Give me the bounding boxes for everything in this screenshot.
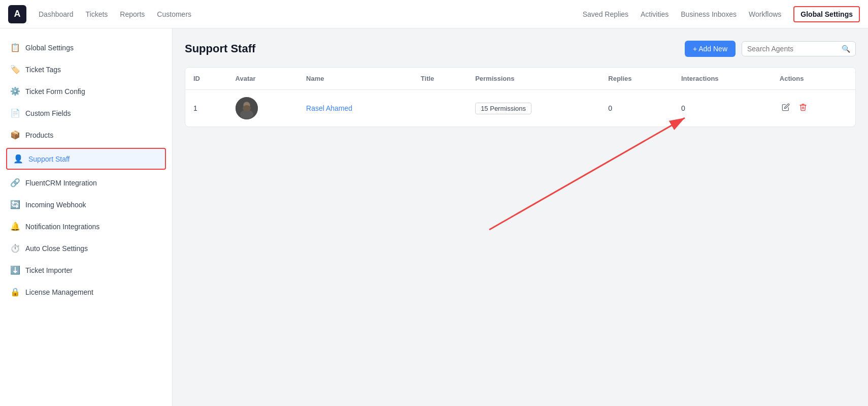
main-layout: 📋 Global Settings 🏷️ Ticket Tags ⚙️ Tick… bbox=[0, 28, 868, 406]
table-header: ID Avatar Name Title Permissions Replies… bbox=[185, 68, 855, 90]
tag-icon: 🏷️ bbox=[10, 65, 20, 74]
sidebar-item-ticket-tags[interactable]: 🏷️ Ticket Tags bbox=[0, 58, 172, 80]
col-permissions: Permissions bbox=[467, 68, 600, 90]
table-body: 1 bbox=[185, 90, 855, 127]
sidebar-label-ticket-tags: Ticket Tags bbox=[25, 66, 61, 74]
cell-permissions: 15 Permissions bbox=[467, 90, 600, 127]
col-replies: Replies bbox=[600, 68, 673, 90]
avatar-image bbox=[236, 97, 258, 119]
add-new-button[interactable]: + Add New bbox=[685, 41, 736, 57]
col-avatar: Avatar bbox=[227, 68, 298, 90]
download-icon: ⬇️ bbox=[10, 265, 20, 275]
svg-line-6 bbox=[489, 118, 685, 230]
nav-saved-replies[interactable]: Saved Replies bbox=[583, 10, 628, 18]
sidebar-label-ticket-form-config: Ticket Form Config bbox=[25, 87, 85, 96]
box-icon: 📦 bbox=[10, 130, 20, 140]
content-area: ID Avatar Name Title Permissions Replies… bbox=[185, 67, 856, 127]
nav-business-inboxes[interactable]: Business Inboxes bbox=[681, 10, 737, 18]
cell-avatar bbox=[227, 90, 298, 127]
cell-actions bbox=[772, 90, 855, 127]
sidebar-label-custom-fields: Custom Fields bbox=[25, 109, 71, 117]
page-header: Support Staff + Add New 🔍 bbox=[185, 41, 856, 57]
nav-left: Dashboard Tickets Reports Customers bbox=[39, 8, 583, 20]
sidebar-label-notification-integrations: Notification Integrations bbox=[25, 223, 99, 231]
sidebar-item-incoming-webhook[interactable]: 🔄 Incoming Webhook bbox=[0, 194, 172, 215]
cell-name: Rasel Ahamed bbox=[298, 90, 413, 127]
timer-icon: ⏱️ bbox=[10, 243, 20, 253]
edit-icon bbox=[782, 103, 790, 111]
sidebar-item-products[interactable]: 📦 Products bbox=[0, 124, 172, 146]
top-navigation: A Dashboard Tickets Reports Customers Sa… bbox=[0, 0, 868, 28]
sidebar: 📋 Global Settings 🏷️ Ticket Tags ⚙️ Tick… bbox=[0, 28, 173, 406]
avatar bbox=[236, 97, 258, 119]
sidebar-label-global-settings: Global Settings bbox=[25, 44, 74, 52]
search-box: 🔍 bbox=[742, 41, 856, 56]
nav-tickets[interactable]: Tickets bbox=[86, 8, 108, 20]
sidebar-label-incoming-webhook: Incoming Webhook bbox=[25, 201, 86, 209]
sidebar-label-ticket-importer: Ticket Importer bbox=[25, 266, 73, 274]
sidebar-item-license-management[interactable]: 🔒 License Management bbox=[0, 281, 172, 303]
cell-interactions: 0 bbox=[673, 90, 772, 127]
nav-right: Saved Replies Activities Business Inboxe… bbox=[583, 6, 860, 22]
actions-cell bbox=[780, 101, 847, 115]
sidebar-item-global-settings[interactable]: 📋 Global Settings bbox=[0, 37, 172, 58]
list-icon: 📋 bbox=[10, 43, 20, 52]
col-actions: Actions bbox=[772, 68, 855, 90]
sidebar-item-custom-fields[interactable]: 📄 Custom Fields bbox=[0, 102, 172, 124]
sidebar-label-license-management: License Management bbox=[25, 288, 93, 296]
table-row: 1 bbox=[185, 90, 855, 127]
sidebar-item-ticket-form-config[interactable]: ⚙️ Ticket Form Config bbox=[0, 80, 172, 102]
nav-global-settings[interactable]: Global Settings bbox=[793, 6, 860, 22]
col-id: ID bbox=[185, 68, 227, 90]
delete-icon bbox=[799, 103, 807, 111]
nav-workflows[interactable]: Workflows bbox=[749, 10, 781, 18]
sidebar-label-auto-close: Auto Close Settings bbox=[25, 244, 88, 253]
cell-id: 1 bbox=[185, 90, 227, 127]
svg-point-4 bbox=[243, 105, 251, 111]
col-name: Name bbox=[298, 68, 413, 90]
page-title: Support Staff bbox=[185, 42, 255, 55]
permissions-badge: 15 Permissions bbox=[475, 103, 531, 114]
document-icon: 📄 bbox=[10, 108, 20, 118]
logo[interactable]: A bbox=[8, 5, 26, 23]
staff-table-container: ID Avatar Name Title Permissions Replies… bbox=[185, 67, 856, 127]
cell-title bbox=[413, 90, 467, 127]
nav-dashboard[interactable]: Dashboard bbox=[39, 8, 74, 20]
delete-button[interactable] bbox=[797, 101, 809, 115]
bell-icon: 🔔 bbox=[10, 222, 20, 231]
sidebar-item-ticket-importer[interactable]: ⬇️ Ticket Importer bbox=[0, 259, 172, 281]
col-title: Title bbox=[413, 68, 467, 90]
lock-icon: 🔒 bbox=[10, 287, 20, 297]
webhook-icon: 🔄 bbox=[10, 200, 20, 209]
nav-customers[interactable]: Customers bbox=[157, 8, 191, 20]
sidebar-item-notification-integrations[interactable]: 🔔 Notification Integrations bbox=[0, 215, 172, 237]
link-icon: 🔗 bbox=[10, 178, 20, 188]
staff-name-link[interactable]: Rasel Ahamed bbox=[306, 104, 352, 112]
sidebar-item-auto-close[interactable]: ⏱️ Auto Close Settings bbox=[0, 237, 172, 259]
cell-replies: 0 bbox=[600, 90, 673, 127]
logo-text: A bbox=[14, 9, 21, 19]
sidebar-item-support-staff[interactable]: 👤 Support Staff bbox=[6, 148, 166, 170]
person-icon: 👤 bbox=[13, 154, 23, 164]
col-interactions: Interactions bbox=[673, 68, 772, 90]
gear-icon: ⚙️ bbox=[10, 86, 20, 96]
header-actions: + Add New 🔍 bbox=[685, 41, 856, 57]
staff-table: ID Avatar Name Title Permissions Replies… bbox=[185, 68, 855, 127]
nav-reports[interactable]: Reports bbox=[120, 8, 145, 20]
sidebar-item-fluentcrm[interactable]: 🔗 FluentCRM Integration bbox=[0, 172, 172, 194]
sidebar-label-support-staff: Support Staff bbox=[28, 155, 70, 163]
sidebar-label-products: Products bbox=[25, 131, 53, 139]
search-input[interactable] bbox=[747, 45, 839, 53]
main-content: Support Staff + Add New 🔍 ID Avatar Name bbox=[173, 28, 868, 406]
search-icon: 🔍 bbox=[842, 45, 850, 53]
sidebar-label-fluentcrm: FluentCRM Integration bbox=[25, 179, 97, 187]
edit-button[interactable] bbox=[780, 101, 792, 115]
nav-activities[interactable]: Activities bbox=[641, 10, 669, 18]
